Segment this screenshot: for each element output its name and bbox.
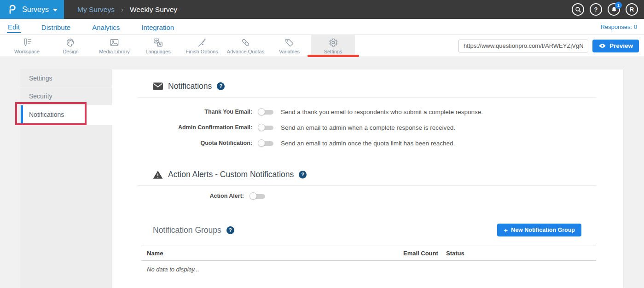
sidebar-item-security[interactable]: Security [21, 87, 112, 105]
toolbar-item-variables[interactable]: Variables [267, 35, 311, 57]
breadcrumb-current: Weekly Survey [130, 6, 177, 14]
notification-groups-table: Name Email Count Status No data to displ… [141, 246, 596, 278]
notifications-section-header: Notifications ? [153, 80, 596, 92]
column-name: Name [141, 250, 403, 257]
help-icon[interactable]: ? [217, 82, 225, 90]
admin-confirmation-email-row: Admin Confirmation Email: Send an email … [138, 120, 596, 135]
questionpro-logo-icon [6, 4, 18, 15]
breadcrumb-separator: › [121, 6, 123, 13]
nav-tab-distribute[interactable]: Distribute [41, 21, 71, 33]
new-notification-group-button[interactable]: + New Notification Group [497, 224, 581, 236]
languages-icon [153, 37, 163, 48]
caret-down-icon [53, 9, 58, 12]
design-icon [65, 37, 76, 48]
preview-button[interactable]: Preview [592, 40, 639, 52]
variables-icon [284, 37, 295, 48]
advance-quotas-icon [240, 37, 251, 48]
section-title: Action Alerts - Custom Notifications [168, 170, 294, 179]
nav-tab-integration[interactable]: Integration [140, 21, 175, 33]
empty-table-message: No data to display... [141, 261, 596, 278]
sidebar-item-settings[interactable]: Settings [21, 69, 112, 87]
question-mark-icon: ? [594, 6, 598, 13]
column-email-count: Email Count [403, 250, 446, 257]
media-library-icon [109, 37, 120, 48]
thank-you-email-toggle[interactable] [258, 108, 273, 116]
section-title: Notification Groups [153, 225, 221, 235]
plus-icon: + [504, 227, 508, 234]
toolbar-right: Preview [458, 35, 644, 57]
notification-toggles: Thank You Email: Send a thank you email … [138, 104, 596, 151]
action-alerts-section-header: Action Alerts - Custom Notifications ? [153, 168, 596, 180]
nav-tab-analytics[interactable]: Analytics [91, 21, 121, 33]
quota-notification-toggle[interactable] [258, 139, 273, 147]
finish-options-icon [197, 37, 207, 48]
toolbar-item-settings[interactable]: Settings [311, 35, 355, 57]
search-icon [574, 6, 582, 13]
product-label: Surveys [22, 6, 49, 14]
edit-toolbar: Workspace Design Media Library Languages… [0, 35, 644, 57]
help-icon[interactable]: ? [299, 171, 307, 179]
action-alert-row: Action Alert: [138, 188, 596, 204]
help-button[interactable]: ? [590, 3, 602, 16]
eye-icon [598, 43, 606, 49]
toolbar-item-finish-options[interactable]: Finish Options [180, 35, 224, 57]
notification-groups-header: Notification Groups ? + New Notification… [138, 223, 596, 237]
admin-confirmation-email-toggle[interactable] [258, 124, 273, 132]
settings-icon [328, 37, 338, 48]
sidebar-filler [21, 125, 112, 288]
divider [138, 185, 596, 186]
envelope-icon [153, 82, 163, 90]
help-icon[interactable]: ? [226, 226, 234, 234]
notifications-button[interactable]: 1 [608, 3, 620, 16]
breadcrumb-my-surveys[interactable]: My Surveys [77, 6, 115, 14]
table-header-row: Name Email Count Status [141, 246, 596, 261]
toolbar-item-media-library[interactable]: Media Library [93, 35, 136, 57]
survey-nav: Edit Distribute Analytics Integration Re… [0, 19, 644, 35]
workspace-icon [22, 37, 32, 48]
groups-title-wrap: Notification Groups ? [153, 224, 234, 236]
sidebar-item-notifications[interactable]: Notifications [21, 105, 112, 123]
avatar-initial: R [630, 6, 634, 13]
breadcrumb: My Surveys › Weekly Survey [77, 0, 177, 19]
divider [138, 97, 596, 98]
responses-count: Responses: 0 [601, 23, 638, 30]
toolbar-item-design[interactable]: Design [49, 35, 93, 57]
notifications-panel: Notifications ? Thank You Email: Send a … [112, 69, 623, 288]
survey-url-input[interactable] [458, 40, 588, 52]
quota-notification-row: Quota Notification: Send an email to adm… [138, 135, 596, 151]
settings-sidebar: Settings Security Notifications [21, 69, 112, 288]
column-status: Status [446, 250, 596, 257]
topbar-actions: ? 1 R [572, 0, 644, 19]
settings-card: Settings Security Notifications Notifica… [21, 69, 623, 288]
content-area: Settings Security Notifications Notifica… [0, 57, 644, 288]
warning-icon [153, 170, 163, 179]
section-title: Notifications [168, 81, 212, 91]
toolbar-item-languages[interactable]: Languages [136, 35, 180, 57]
product-switcher[interactable]: Surveys [0, 0, 64, 19]
notification-badge: 1 [615, 2, 622, 9]
search-button[interactable] [572, 3, 584, 16]
topbar: Surveys My Surveys › Weekly Survey ? 1 R [0, 0, 644, 19]
thank-you-email-row: Thank You Email: Send a thank you email … [138, 104, 596, 120]
toolbar-item-workspace[interactable]: Workspace [5, 35, 49, 57]
annotation-underline [307, 55, 359, 57]
nav-tab-edit[interactable]: Edit [7, 21, 21, 33]
toolbar-item-advance-quotas[interactable]: Advance Quotas [224, 35, 267, 57]
user-avatar[interactable]: R [626, 3, 638, 16]
action-alert-toggle[interactable] [249, 192, 265, 200]
